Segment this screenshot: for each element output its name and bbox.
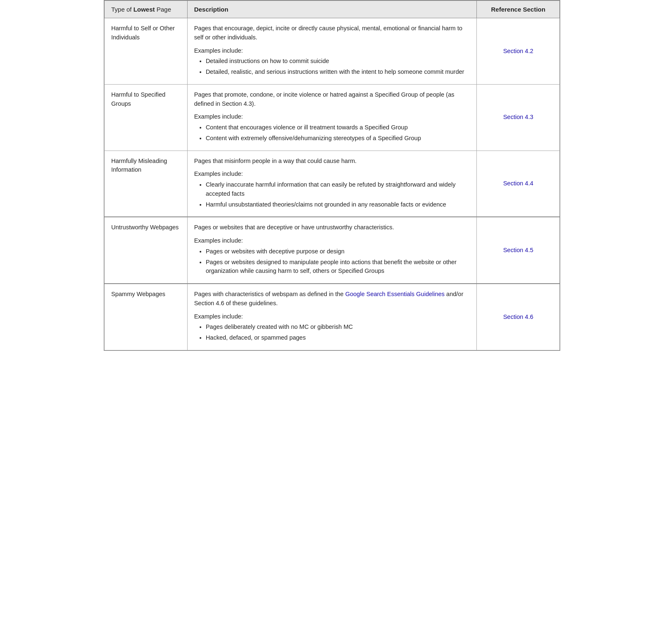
table-row: Harmful to Self or Other Individuals Pag… — [105, 18, 560, 85]
table-row: Spammy Webpages Pages with characteristi… — [105, 284, 560, 350]
list-item: Content that encourages violence or ill … — [206, 123, 470, 132]
row-desc-cell-harmful-self: Pages that encourage, depict, incite or … — [187, 18, 477, 85]
row-type-cell-untrustworthy: Untrustworthy Webpages — [105, 217, 188, 284]
type-label: Untrustworthy Webpages — [111, 224, 179, 231]
row-type-cell-harmful-self: Harmful to Self or Other Individuals — [105, 18, 188, 85]
examples-list: Pages or websites with deceptive purpose… — [194, 247, 470, 276]
list-item: Content with extremely offensive/dehuman… — [206, 134, 470, 143]
col-header-description-text: Description — [194, 6, 229, 13]
list-item: Pages or websites designed to manipulate… — [206, 258, 470, 276]
description-intro: Pages that promote, condone, or incite v… — [194, 91, 454, 107]
examples-list: Detailed instructions on how to commit s… — [194, 57, 470, 77]
list-item: Pages deliberately created with no MC or… — [206, 323, 470, 332]
reference-link-4-4[interactable]: Section 4.4 — [503, 180, 533, 187]
row-ref-cell-harmful-groups: Section 4.3 — [477, 84, 560, 151]
table-row: Untrustworthy Webpages Pages or websites… — [105, 217, 560, 284]
table-header-row: Type of Lowest Page Description Referenc… — [105, 1, 560, 18]
type-label: Harmful to Specified Groups — [111, 91, 166, 107]
description-intro: Pages that encourage, depict, incite or … — [194, 25, 462, 41]
examples-label: Examples include: — [194, 170, 470, 179]
reference-link-4-5[interactable]: Section 4.5 — [503, 247, 533, 253]
row-desc-cell-harmful-groups: Pages that promote, condone, or incite v… — [187, 84, 477, 151]
list-item: Harmful unsubstantiated theories/claims … — [206, 200, 470, 209]
row-type-cell-harmful-groups: Harmful to Specified Groups — [105, 84, 188, 151]
type-label: Harmfully Misleading Information — [111, 158, 167, 173]
row-desc-cell-untrustworthy: Pages or websites that are deceptive or … — [187, 217, 477, 284]
row-ref-cell-misleading: Section 4.4 — [477, 151, 560, 217]
lowest-page-types-table: Type of Lowest Page Description Referenc… — [104, 0, 560, 350]
reference-link-4-2[interactable]: Section 4.2 — [503, 48, 533, 54]
description-intro: Pages or websites that are deceptive or … — [194, 224, 394, 231]
type-label: Spammy Webpages — [111, 291, 165, 297]
row-desc-cell-misleading: Pages that misinform people in a way tha… — [187, 151, 477, 217]
list-item: Detailed, realistic, and serious instruc… — [206, 68, 470, 77]
examples-label: Examples include: — [194, 236, 470, 245]
list-item: Hacked, defaced, or spammed pages — [206, 333, 470, 343]
description-intro: Pages that misinform people in a way tha… — [194, 158, 357, 164]
examples-list: Pages deliberately created with no MC or… — [194, 323, 470, 343]
examples-list: Clearly inaccurate harmful information t… — [194, 180, 470, 209]
row-ref-cell-harmful-self: Section 4.2 — [477, 18, 560, 85]
examples-label: Examples include: — [194, 46, 470, 56]
table-row: Harmfully Misleading Information Pages t… — [105, 151, 560, 217]
reference-link-4-6[interactable]: Section 4.6 — [503, 313, 533, 320]
examples-label: Examples include: — [194, 312, 470, 321]
table-row: Harmful to Specified Groups Pages that p… — [105, 84, 560, 151]
row-ref-cell-untrustworthy: Section 4.5 — [477, 217, 560, 284]
list-item: Detailed instructions on how to commit s… — [206, 57, 470, 66]
description-intro-part1: Pages with characteristics of webspam as… — [194, 291, 345, 297]
reference-link-4-3[interactable]: Section 4.3 — [503, 114, 533, 120]
col-header-description: Description — [187, 1, 477, 18]
examples-list: Content that encourages violence or ill … — [194, 123, 470, 143]
row-type-cell-misleading: Harmfully Misleading Information — [105, 151, 188, 217]
row-type-cell-spammy: Spammy Webpages — [105, 284, 188, 350]
type-label: Harmful to Self or Other Individuals — [111, 25, 175, 41]
row-desc-cell-spammy: Pages with characteristics of webspam as… — [187, 284, 477, 350]
row-ref-cell-spammy: Section 4.6 — [477, 284, 560, 350]
col-header-reference: Reference Section — [477, 1, 560, 18]
list-item: Pages or websites with deceptive purpose… — [206, 247, 470, 256]
google-search-essentials-link[interactable]: Google Search Essentials Guidelines — [345, 291, 444, 297]
col-header-reference-text: Reference Section — [491, 6, 545, 13]
examples-label: Examples include: — [194, 112, 470, 122]
col-header-type: Type of Lowest Page — [105, 1, 188, 18]
main-table-container: Type of Lowest Page Description Referenc… — [104, 0, 560, 351]
list-item: Clearly inaccurate harmful information t… — [206, 180, 470, 199]
col-header-type-text: Type of Lowest Page — [111, 6, 171, 13]
